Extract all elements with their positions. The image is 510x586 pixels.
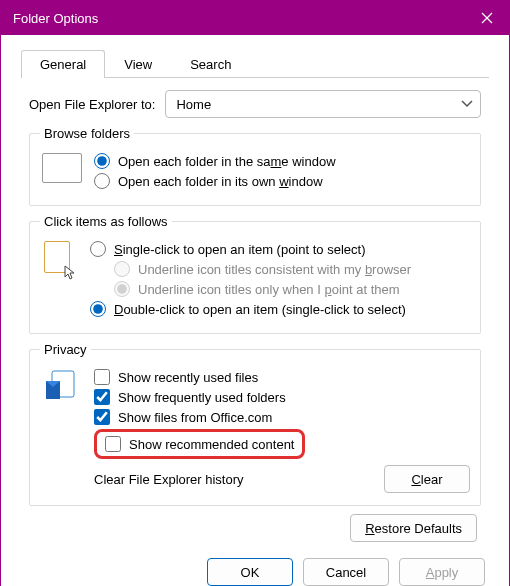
check-recent-files-input[interactable] xyxy=(94,369,110,385)
radio-underline-browser-label: Underline icon titles consistent with my… xyxy=(138,262,411,277)
tab-general-content: Open File Explorer to: Home Browse folde… xyxy=(13,78,497,550)
tab-view[interactable]: View xyxy=(105,50,171,78)
radio-underline-browser: Underline icon titles consistent with my… xyxy=(114,261,470,277)
check-frequent-folders-label: Show frequently used folders xyxy=(118,390,286,405)
open-explorer-value: Home xyxy=(176,97,211,112)
radio-underline-point-label: Underline icon titles only when I point … xyxy=(138,282,400,297)
radio-single-click[interactable]: Single-click to open an item (point to s… xyxy=(90,241,470,257)
restore-defaults-button[interactable]: Restore Defaults xyxy=(350,514,477,542)
folder-options-window: Folder Options General View Search Open … xyxy=(0,0,510,586)
cursor-icon xyxy=(64,265,78,281)
recommended-highlight: Show recommended content xyxy=(94,429,305,459)
close-button[interactable] xyxy=(465,1,509,35)
check-frequent-folders[interactable]: Show frequently used folders xyxy=(94,389,470,405)
radio-same-window[interactable]: Open each folder in the same window xyxy=(94,153,470,169)
radio-single-click-label: Single-click to open an item (point to s… xyxy=(114,242,365,257)
check-recommended-input[interactable] xyxy=(105,436,121,452)
privacy-legend: Privacy xyxy=(40,342,91,357)
radio-own-window[interactable]: Open each folder in its own window xyxy=(94,173,470,189)
check-office-files[interactable]: Show files from Office.com xyxy=(94,409,470,425)
clear-history-row: Clear File Explorer history Clear xyxy=(94,465,470,493)
cancel-button[interactable]: Cancel xyxy=(303,558,389,586)
click-items-icon xyxy=(44,241,76,279)
click-items-group: Click items as follows Single-click to o… xyxy=(29,214,481,334)
radio-same-window-input[interactable] xyxy=(94,153,110,169)
browse-folders-legend: Browse folders xyxy=(40,126,134,141)
radio-underline-point: Underline icon titles only when I point … xyxy=(114,281,470,297)
open-explorer-select[interactable]: Home xyxy=(165,90,481,118)
radio-underline-point-input xyxy=(114,281,130,297)
open-explorer-row: Open File Explorer to: Home xyxy=(29,90,481,118)
close-icon xyxy=(481,12,493,24)
radio-double-click-input[interactable] xyxy=(90,301,106,317)
check-office-files-input[interactable] xyxy=(94,409,110,425)
radio-own-window-input[interactable] xyxy=(94,173,110,189)
privacy-group: Privacy Show recently used files xyxy=(29,342,481,506)
client-area: General View Search Open File Explorer t… xyxy=(1,35,509,586)
check-recent-files[interactable]: Show recently used files xyxy=(94,369,470,385)
privacy-icon xyxy=(44,367,80,403)
window-title: Folder Options xyxy=(13,11,465,26)
radio-double-click-label: Double-click to open an item (single-cli… xyxy=(114,302,406,317)
clear-button[interactable]: Clear xyxy=(384,465,470,493)
dialog-footer: OK Cancel Apply xyxy=(13,550,497,586)
radio-same-window-label: Open each folder in the same window xyxy=(118,154,336,169)
check-frequent-folders-input[interactable] xyxy=(94,389,110,405)
titlebar: Folder Options xyxy=(1,1,509,35)
open-explorer-label: Open File Explorer to: xyxy=(29,97,155,112)
click-items-legend: Click items as follows xyxy=(40,214,172,229)
tab-search[interactable]: Search xyxy=(171,50,250,78)
check-recent-files-label: Show recently used files xyxy=(118,370,258,385)
check-office-files-label: Show files from Office.com xyxy=(118,410,272,425)
apply-button: Apply xyxy=(399,558,485,586)
folder-window-icon xyxy=(42,153,82,183)
ok-button[interactable]: OK xyxy=(207,558,293,586)
tab-strip: General View Search xyxy=(21,49,489,78)
restore-row: Restore Defaults xyxy=(29,514,481,542)
tab-general[interactable]: General xyxy=(21,50,105,78)
radio-own-window-label: Open each folder in its own window xyxy=(118,174,323,189)
radio-double-click[interactable]: Double-click to open an item (single-cli… xyxy=(90,301,470,317)
open-explorer-select-wrap: Home xyxy=(165,90,481,118)
browse-folders-group: Browse folders Open each folder in the s… xyxy=(29,126,481,206)
check-recommended-label: Show recommended content xyxy=(129,437,294,452)
radio-underline-browser-input xyxy=(114,261,130,277)
clear-history-label: Clear File Explorer history xyxy=(94,472,384,487)
radio-single-click-input[interactable] xyxy=(90,241,106,257)
check-recommended[interactable]: Show recommended content xyxy=(105,436,294,452)
